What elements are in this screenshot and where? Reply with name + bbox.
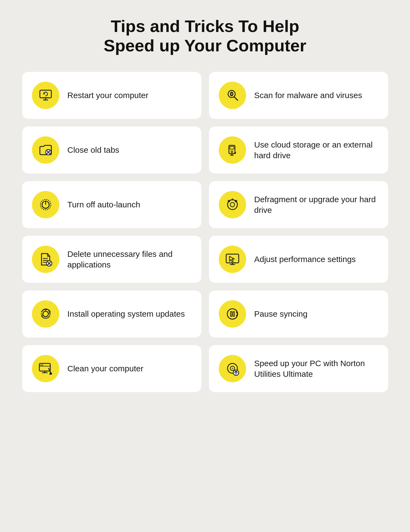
svg-line-9	[234, 97, 238, 100]
card-performance: Adjust performance settings	[209, 236, 388, 283]
card-restart: Restart your computer	[22, 72, 201, 119]
cloud-label: Use cloud storage or an external hard dr…	[254, 139, 378, 161]
card-close-tabs: Close old tabs	[22, 127, 201, 174]
svg-point-42	[40, 365, 42, 366]
page-title: Tips and Tricks To Help Speed up Your Co…	[104, 16, 306, 55]
pause-sync-label: Pause syncing	[254, 308, 308, 319]
restart-icon-circle	[32, 82, 59, 109]
card-norton: Speed up your PC with Norton Utilities U…	[209, 345, 388, 392]
performance-icon-circle	[219, 246, 246, 273]
performance-label: Adjust performance settings	[254, 254, 356, 264]
norton-label: Speed up your PC with Norton Utilities U…	[254, 358, 378, 379]
pause-sync-icon	[225, 306, 240, 322]
auto-launch-icon-circle	[32, 191, 59, 218]
svg-rect-14	[230, 146, 234, 149]
clean-icon	[38, 361, 54, 377]
card-cloud: Use cloud storage or an external hard dr…	[209, 127, 388, 174]
svg-point-38	[227, 309, 238, 319]
svg-rect-40	[233, 311, 234, 316]
delete-files-icon	[38, 251, 54, 267]
restart-label: Restart your computer	[67, 90, 149, 101]
pause-sync-icon-circle	[219, 300, 246, 328]
auto-launch-icon	[38, 197, 54, 213]
cloud-icon	[225, 142, 240, 158]
svg-point-43	[42, 365, 43, 366]
defragment-icon-circle	[219, 191, 246, 218]
auto-launch-label: Turn off auto-launch	[67, 199, 140, 210]
svg-point-50	[232, 368, 233, 369]
norton-icon	[225, 361, 240, 377]
performance-icon	[225, 251, 240, 267]
svg-rect-0	[40, 90, 51, 98]
defragment-icon	[225, 197, 240, 213]
svg-rect-39	[231, 311, 232, 316]
svg-point-36	[43, 311, 48, 317]
restart-icon	[38, 87, 54, 103]
card-os-updates: Install operating system updates	[22, 290, 201, 337]
card-delete-files: Delete unnecessary files and application…	[22, 236, 201, 283]
scan-label: Scan for malware and viruses	[254, 90, 362, 101]
tips-grid: Restart your computer Scan for malware a…	[22, 72, 388, 392]
os-updates-label: Install operating system updates	[67, 308, 185, 319]
cloud-icon-circle	[219, 136, 246, 164]
norton-icon-circle	[219, 355, 246, 382]
card-clean: Clean your computer	[22, 345, 201, 392]
os-updates-icon-circle	[32, 300, 59, 328]
clean-icon-circle	[32, 355, 59, 382]
close-tabs-icon-circle	[32, 136, 59, 164]
defragment-label: Defragment or upgrade your hard drive	[254, 194, 378, 215]
os-updates-icon	[38, 306, 54, 322]
card-defragment: Defragment or upgrade your hard drive	[209, 181, 388, 228]
close-tabs-icon	[38, 142, 54, 158]
scan-icon-circle	[219, 82, 246, 109]
svg-point-15	[231, 151, 233, 152]
svg-point-23	[230, 202, 235, 207]
close-tabs-label: Close old tabs	[67, 145, 119, 155]
delete-files-icon-circle	[32, 246, 59, 273]
scan-icon	[225, 87, 240, 103]
delete-files-label: Delete unnecessary files and application…	[67, 249, 191, 270]
card-auto-launch: Turn off auto-launch	[22, 181, 201, 228]
clean-label: Clean your computer	[67, 363, 143, 374]
card-scan: Scan for malware and viruses	[209, 72, 388, 119]
card-pause-sync: Pause syncing	[209, 290, 388, 337]
